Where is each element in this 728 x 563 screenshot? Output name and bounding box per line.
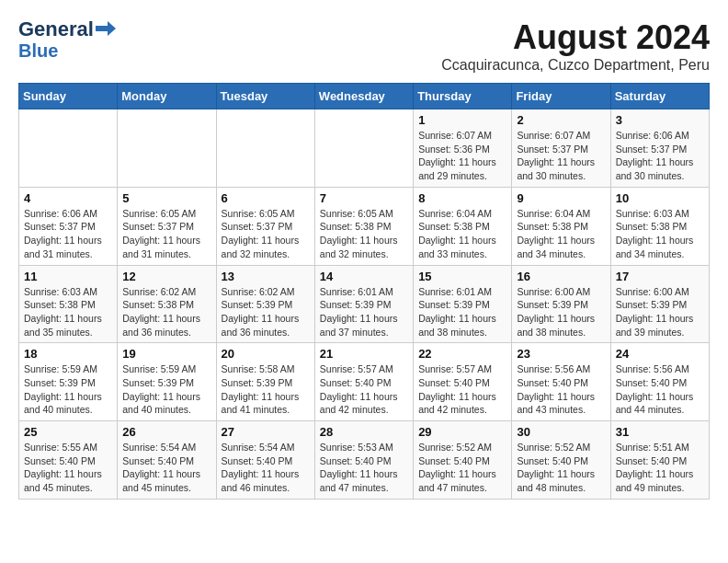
day-number: 31 [616, 425, 704, 439]
day-number: 24 [616, 347, 704, 361]
day-number: 13 [222, 270, 310, 283]
day-info: Sunrise: 5:54 AM Sunset: 5:40 PM Dayligh… [222, 441, 310, 495]
calendar-cell: 3Sunrise: 6:06 AM Sunset: 5:37 PM Daylig… [610, 109, 709, 188]
calendar-cell: 6Sunrise: 6:05 AM Sunset: 5:37 PM Daylig… [216, 187, 314, 265]
day-number: 16 [517, 270, 605, 283]
calendar-week-4: 18Sunrise: 5:59 AM Sunset: 5:39 PM Dayli… [19, 343, 710, 421]
calendar-week-3: 11Sunrise: 6:03 AM Sunset: 5:38 PM Dayli… [19, 265, 710, 343]
calendar-table: SundayMondayTuesdayWednesdayThursdayFrid… [18, 83, 710, 500]
calendar-cell: 23Sunrise: 5:56 AM Sunset: 5:40 PM Dayli… [512, 343, 610, 421]
calendar-cell [314, 109, 413, 188]
title-section: August 2024 Ccaquiracunca, Cuzco Departm… [441, 18, 710, 74]
day-number: 7 [320, 191, 408, 205]
calendar-cell: 5Sunrise: 6:05 AM Sunset: 5:37 PM Daylig… [118, 187, 216, 265]
day-number: 1 [418, 113, 506, 127]
calendar-cell: 31Sunrise: 5:51 AM Sunset: 5:40 PM Dayli… [610, 421, 709, 500]
day-info: Sunrise: 5:52 AM Sunset: 5:40 PM Dayligh… [517, 441, 605, 495]
day-number: 15 [418, 270, 506, 283]
day-info: Sunrise: 5:54 AM Sunset: 5:40 PM Dayligh… [122, 441, 210, 495]
day-info: Sunrise: 6:01 AM Sunset: 5:39 PM Dayligh… [320, 285, 408, 339]
calendar-cell: 22Sunrise: 5:57 AM Sunset: 5:40 PM Dayli… [414, 343, 512, 421]
day-info: Sunrise: 5:59 AM Sunset: 5:39 PM Dayligh… [122, 362, 210, 417]
calendar-cell [19, 109, 118, 188]
day-number: 14 [320, 270, 408, 283]
calendar-cell [216, 109, 314, 188]
day-info: Sunrise: 6:00 AM Sunset: 5:39 PM Dayligh… [517, 285, 605, 339]
header-day-sunday: Sunday [19, 84, 118, 109]
day-info: Sunrise: 6:02 AM Sunset: 5:38 PM Dayligh… [122, 285, 210, 339]
calendar-cell: 25Sunrise: 5:55 AM Sunset: 5:40 PM Dayli… [19, 421, 118, 500]
day-info: Sunrise: 6:06 AM Sunset: 5:37 PM Dayligh… [616, 129, 704, 183]
day-number: 22 [418, 347, 506, 361]
calendar-week-2: 4Sunrise: 6:06 AM Sunset: 5:37 PM Daylig… [19, 187, 710, 265]
calendar-body: 1Sunrise: 6:07 AM Sunset: 5:36 PM Daylig… [19, 109, 710, 500]
header-day-thursday: Thursday [414, 84, 512, 109]
day-number: 12 [122, 270, 210, 283]
calendar-cell: 27Sunrise: 5:54 AM Sunset: 5:40 PM Dayli… [216, 421, 314, 500]
day-info: Sunrise: 6:03 AM Sunset: 5:38 PM Dayligh… [616, 207, 704, 261]
day-info: Sunrise: 6:05 AM Sunset: 5:37 PM Dayligh… [122, 207, 210, 261]
day-info: Sunrise: 5:59 AM Sunset: 5:39 PM Dayligh… [24, 362, 112, 417]
svg-marker-0 [96, 21, 116, 36]
day-number: 26 [122, 425, 210, 439]
day-info: Sunrise: 6:00 AM Sunset: 5:39 PM Dayligh… [616, 285, 704, 339]
calendar-cell [118, 109, 216, 188]
day-number: 20 [222, 347, 310, 361]
day-number: 23 [517, 347, 605, 361]
day-number: 4 [24, 191, 112, 205]
day-number: 29 [418, 425, 506, 439]
day-info: Sunrise: 5:51 AM Sunset: 5:40 PM Dayligh… [616, 441, 704, 495]
calendar-cell: 15Sunrise: 6:01 AM Sunset: 5:39 PM Dayli… [414, 265, 512, 343]
day-info: Sunrise: 6:04 AM Sunset: 5:38 PM Dayligh… [418, 207, 506, 261]
calendar-week-1: 1Sunrise: 6:07 AM Sunset: 5:36 PM Daylig… [19, 109, 710, 188]
calendar-cell: 9Sunrise: 6:04 AM Sunset: 5:38 PM Daylig… [512, 187, 610, 265]
day-number: 18 [24, 347, 112, 361]
day-info: Sunrise: 5:57 AM Sunset: 5:40 PM Dayligh… [320, 362, 408, 417]
header-day-friday: Friday [512, 84, 610, 109]
logo-icon [96, 21, 116, 36]
calendar-cell: 10Sunrise: 6:03 AM Sunset: 5:38 PM Dayli… [610, 187, 709, 265]
calendar-cell: 29Sunrise: 5:52 AM Sunset: 5:40 PM Dayli… [414, 421, 512, 500]
calendar-cell: 7Sunrise: 6:05 AM Sunset: 5:38 PM Daylig… [314, 187, 413, 265]
day-info: Sunrise: 5:57 AM Sunset: 5:40 PM Dayligh… [418, 362, 506, 417]
calendar-cell: 26Sunrise: 5:54 AM Sunset: 5:40 PM Dayli… [118, 421, 216, 500]
day-number: 21 [320, 347, 408, 361]
calendar-cell: 13Sunrise: 6:02 AM Sunset: 5:39 PM Dayli… [216, 265, 314, 343]
day-number: 25 [24, 425, 112, 439]
calendar-cell: 8Sunrise: 6:04 AM Sunset: 5:38 PM Daylig… [414, 187, 512, 265]
header-row: SundayMondayTuesdayWednesdayThursdayFrid… [19, 84, 710, 109]
day-number: 8 [418, 191, 506, 205]
calendar-cell: 19Sunrise: 5:59 AM Sunset: 5:39 PM Dayli… [118, 343, 216, 421]
calendar-cell: 12Sunrise: 6:02 AM Sunset: 5:38 PM Dayli… [118, 265, 216, 343]
day-number: 19 [122, 347, 210, 361]
day-info: Sunrise: 5:55 AM Sunset: 5:40 PM Dayligh… [24, 441, 112, 495]
main-title: August 2024 [441, 18, 710, 57]
header-day-wednesday: Wednesday [314, 84, 413, 109]
day-info: Sunrise: 6:07 AM Sunset: 5:37 PM Dayligh… [517, 129, 605, 183]
day-info: Sunrise: 5:56 AM Sunset: 5:40 PM Dayligh… [517, 362, 605, 417]
logo-text-general: General [18, 18, 94, 40]
day-info: Sunrise: 6:07 AM Sunset: 5:36 PM Dayligh… [418, 129, 506, 183]
calendar-cell: 1Sunrise: 6:07 AM Sunset: 5:36 PM Daylig… [414, 109, 512, 188]
day-info: Sunrise: 6:03 AM Sunset: 5:38 PM Dayligh… [24, 285, 112, 339]
logo-text-blue: Blue [18, 40, 58, 61]
header-day-tuesday: Tuesday [216, 84, 314, 109]
page-header: General Blue August 2024 Ccaquiracunca, … [18, 18, 710, 74]
header-day-saturday: Saturday [610, 84, 709, 109]
day-number: 10 [616, 191, 704, 205]
calendar-cell: 28Sunrise: 5:53 AM Sunset: 5:40 PM Dayli… [314, 421, 413, 500]
calendar-cell: 20Sunrise: 5:58 AM Sunset: 5:39 PM Dayli… [216, 343, 314, 421]
calendar-cell: 17Sunrise: 6:00 AM Sunset: 5:39 PM Dayli… [610, 265, 709, 343]
day-info: Sunrise: 6:01 AM Sunset: 5:39 PM Dayligh… [418, 285, 506, 339]
calendar-cell: 18Sunrise: 5:59 AM Sunset: 5:39 PM Dayli… [19, 343, 118, 421]
day-number: 28 [320, 425, 408, 439]
calendar-cell: 4Sunrise: 6:06 AM Sunset: 5:37 PM Daylig… [19, 187, 118, 265]
day-number: 2 [517, 113, 605, 127]
calendar-cell: 14Sunrise: 6:01 AM Sunset: 5:39 PM Dayli… [314, 265, 413, 343]
day-number: 5 [122, 191, 210, 205]
day-number: 17 [616, 270, 704, 283]
calendar-cell: 2Sunrise: 6:07 AM Sunset: 5:37 PM Daylig… [512, 109, 610, 188]
day-info: Sunrise: 5:58 AM Sunset: 5:39 PM Dayligh… [222, 362, 310, 417]
calendar-cell: 24Sunrise: 5:56 AM Sunset: 5:40 PM Dayli… [610, 343, 709, 421]
day-number: 9 [517, 191, 605, 205]
